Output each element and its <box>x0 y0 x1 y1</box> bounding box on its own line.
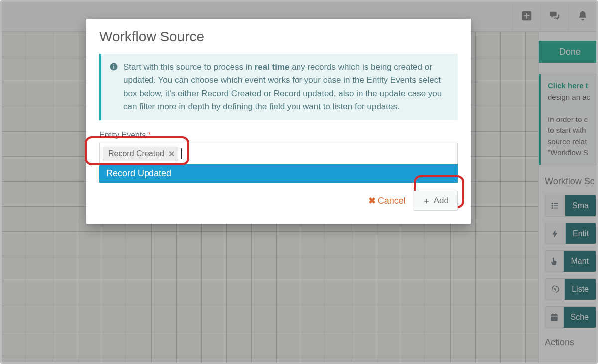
entity-events-label: Entity Events * <box>99 131 151 139</box>
sources-heading: Workflow Sc <box>545 176 596 187</box>
modal-title: Workflow Source <box>99 29 458 45</box>
modal-actions: ✖ Cancel ＋ Add <box>99 191 458 211</box>
plus-icon: ＋ <box>422 195 431 207</box>
done-button[interactable]: Done <box>539 41 596 63</box>
source-button-listener[interactable]: Liste <box>545 278 596 300</box>
topbar-chat-button[interactable] <box>540 3 568 31</box>
chat-icon <box>549 10 560 23</box>
bolt-icon <box>545 223 566 244</box>
svg-rect-6 <box>554 205 558 206</box>
close-icon: ✖ <box>368 195 376 206</box>
svg-rect-4 <box>554 203 558 204</box>
text-cursor <box>181 148 182 159</box>
side-hint-link[interactable]: Click here t <box>548 81 588 90</box>
source-button-smart[interactable]: Sma <box>545 195 596 217</box>
svg-rect-9 <box>551 314 558 321</box>
list-icon <box>545 195 565 216</box>
topbar-bell-button[interactable] <box>568 3 596 31</box>
svg-rect-10 <box>551 316 558 317</box>
svg-point-3 <box>551 203 553 204</box>
hand-pointer-icon <box>545 251 564 272</box>
topbar-add-button[interactable] <box>512 3 540 31</box>
source-button-schedule[interactable]: Sche <box>545 306 596 328</box>
chip-record-created[interactable]: Record Created ✕ <box>103 147 178 161</box>
svg-rect-8 <box>554 207 558 208</box>
entity-events-select[interactable]: Record Created ✕ Record Updated <box>99 143 458 165</box>
svg-point-5 <box>551 205 553 206</box>
ear-icon <box>545 279 565 300</box>
actions-heading: Actions <box>545 337 596 348</box>
info-icon <box>109 62 118 113</box>
workflow-source-modal: Workflow Source Start with this source t… <box>86 19 471 224</box>
side-hint-box: Click here t design an ac In order to c … <box>539 74 596 165</box>
calendar-icon <box>545 307 564 328</box>
svg-rect-14 <box>113 66 114 69</box>
svg-rect-2 <box>524 15 529 16</box>
svg-rect-11 <box>552 313 553 315</box>
modal-info: Start with this source to process in rea… <box>99 54 458 120</box>
cancel-button[interactable]: ✖ Cancel <box>368 195 406 206</box>
dropdown-option-record-updated[interactable]: Record Updated <box>99 164 458 183</box>
source-button-entity[interactable]: Entit <box>545 223 596 244</box>
svg-point-7 <box>551 207 553 209</box>
svg-rect-12 <box>555 313 556 315</box>
modal-info-text: Start with this source to process in rea… <box>123 61 450 113</box>
add-button[interactable]: ＋ Add <box>413 191 458 211</box>
plus-square-icon <box>521 10 532 23</box>
svg-rect-15 <box>113 65 114 66</box>
bell-icon <box>577 10 588 23</box>
side-panel: Done Click here t design an ac In order … <box>538 32 596 362</box>
chip-remove-icon[interactable]: ✕ <box>168 149 175 159</box>
source-button-manual[interactable]: Mant <box>545 250 596 272</box>
